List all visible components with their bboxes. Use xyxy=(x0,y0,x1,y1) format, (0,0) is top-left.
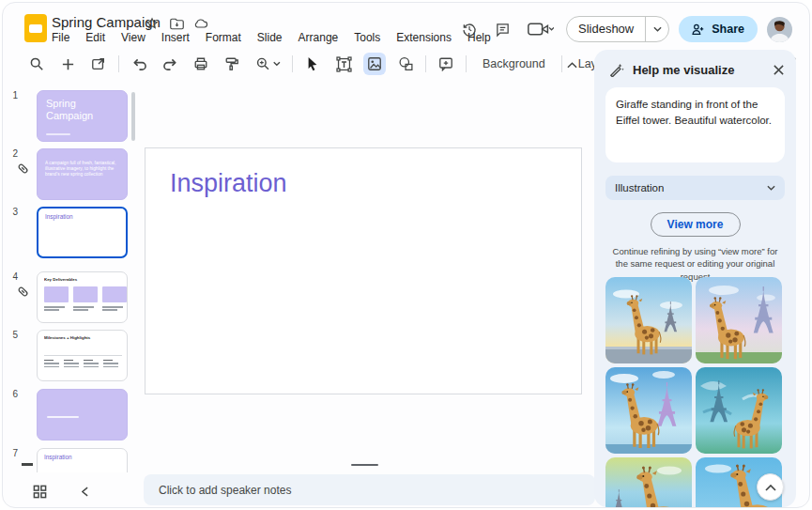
thumb-body-text: A campaign full of fresh, fantastical, i… xyxy=(45,161,128,178)
slideshow-dropdown[interactable] xyxy=(646,26,668,32)
slide-thumbnail-3-selected[interactable]: Inspiration xyxy=(37,207,128,258)
menu-slide[interactable]: Slide xyxy=(257,31,283,44)
close-panel-icon[interactable] xyxy=(773,64,785,76)
slide-number: 5 xyxy=(3,330,18,340)
menu-extensions[interactable]: Extensions xyxy=(396,31,452,44)
menu-arrange[interactable]: Arrange xyxy=(299,31,339,44)
generated-image-5[interactable] xyxy=(605,457,692,507)
menu-file[interactable]: File xyxy=(52,31,69,44)
link-icon xyxy=(17,162,29,175)
paste-icon[interactable] xyxy=(87,53,110,75)
toolbar-divider xyxy=(425,55,426,72)
slide-canvas[interactable]: Inspiration xyxy=(145,147,582,394)
new-slide-icon[interactable] xyxy=(56,53,79,75)
generated-image-1[interactable] xyxy=(605,277,692,363)
menu-edit[interactable]: Edit xyxy=(85,31,105,44)
grid-view-icon[interactable] xyxy=(27,479,52,503)
filmstrip-scroll-indicator xyxy=(22,463,33,466)
cloud-status-icon[interactable] xyxy=(192,15,209,32)
insert-shape-icon[interactable] xyxy=(394,53,417,75)
redo-icon[interactable] xyxy=(159,53,181,75)
link-icon xyxy=(17,286,29,298)
view-more-label: View more xyxy=(667,218,724,231)
slide-number: 6 xyxy=(3,389,18,399)
thumb-title: Spring Campaign xyxy=(38,91,94,121)
thumb-text-line xyxy=(47,416,79,418)
panel-title: Help me visualize xyxy=(633,63,764,77)
hide-menus-icon[interactable] xyxy=(560,54,583,76)
notes-resize-handle[interactable] xyxy=(351,464,378,466)
toolbar-divider xyxy=(292,55,293,72)
share-button[interactable]: Share xyxy=(679,16,758,42)
scroll-up-button[interactable] xyxy=(757,473,784,501)
generated-image-3[interactable] xyxy=(605,367,692,454)
paint-format-icon[interactable] xyxy=(221,53,243,75)
share-person-icon xyxy=(692,23,705,36)
prompt-text: Giraffe standing in front of the Eiffel … xyxy=(616,99,772,126)
speaker-notes-placeholder: Click to add speaker notes xyxy=(159,484,291,497)
thumb-title: Key Deliverables xyxy=(44,277,77,282)
toolbar-divider xyxy=(466,55,467,72)
prompt-input[interactable]: Giraffe standing in front of the Eiffel … xyxy=(605,87,785,162)
menu-format[interactable]: Format xyxy=(206,31,241,44)
star-icon[interactable] xyxy=(144,15,161,32)
slide-filmstrip: 1 Spring Campaign 2 A campaign full of f… xyxy=(3,83,142,472)
magic-pen-icon xyxy=(609,62,624,77)
meet-camera-icon[interactable] xyxy=(525,17,557,41)
generated-image-4[interactable] xyxy=(696,367,782,454)
slide-thumbnail-5[interactable]: Milestones + Highlights xyxy=(37,330,128,381)
thumb-content-boxes xyxy=(44,286,127,302)
thumb-subtitle-line xyxy=(46,133,70,135)
thumb-title: Inspiration xyxy=(45,213,73,220)
background-button[interactable]: Background xyxy=(475,57,553,70)
menu-bar: File Edit View Insert Format Slide Arran… xyxy=(52,31,491,44)
add-comment-icon[interactable] xyxy=(435,53,457,75)
menu-insert[interactable]: Insert xyxy=(161,31,190,44)
slide-number: 1 xyxy=(3,90,18,100)
move-folder-icon[interactable] xyxy=(168,15,185,32)
view-more-button[interactable]: View more xyxy=(651,212,741,237)
thumb-title: Inspiration xyxy=(44,454,72,460)
style-dropdown-value: Illustration xyxy=(615,182,664,193)
generated-image-2[interactable] xyxy=(696,277,782,363)
slide-thumbnail-7[interactable]: Inspiration xyxy=(37,448,128,472)
comments-icon[interactable] xyxy=(491,17,515,41)
slide-number: 4 xyxy=(3,271,18,282)
slide-thumbnail-1[interactable]: Spring Campaign xyxy=(37,90,128,142)
generated-image-grid xyxy=(605,277,785,507)
speaker-notes-input[interactable]: Click to add speaker notes xyxy=(144,474,595,505)
slide-thumbnail-6[interactable] xyxy=(37,389,128,440)
style-dropdown[interactable]: Illustration xyxy=(605,176,785,200)
menu-tools[interactable]: Tools xyxy=(354,31,380,44)
slide-title-text[interactable]: Inspiration xyxy=(170,169,287,198)
slides-logo[interactable] xyxy=(23,13,48,43)
toolbar-divider xyxy=(118,55,119,72)
zoom-icon[interactable] xyxy=(252,53,283,75)
chevron-down-icon xyxy=(767,185,775,191)
version-history-icon[interactable] xyxy=(457,17,482,41)
menu-view[interactable]: View xyxy=(121,31,146,44)
thumb-timeline xyxy=(44,355,122,356)
insert-image-icon[interactable] xyxy=(363,53,386,75)
undo-icon[interactable] xyxy=(128,53,150,75)
google-slides-window: Spring Campaign File Edit View Insert Fo… xyxy=(2,2,810,508)
thumb-title: Milestones + Highlights xyxy=(44,335,90,340)
slide-number: 2 xyxy=(3,148,18,159)
help-me-visualize-panel: Help me visualize Giraffe standing in fr… xyxy=(594,50,796,507)
slide-number: 7 xyxy=(3,448,18,458)
account-avatar[interactable] xyxy=(767,17,792,42)
slide-thumbnail-4[interactable]: Key Deliverables xyxy=(37,271,128,323)
collapse-filmstrip-icon[interactable] xyxy=(72,479,97,503)
search-menus-icon[interactable] xyxy=(25,53,48,75)
filmstrip-scrollbar[interactable] xyxy=(131,92,135,141)
slideshow-button[interactable]: Slideshow xyxy=(566,16,669,42)
slide-thumbnail-2[interactable]: A campaign full of fresh, fantastical, i… xyxy=(37,148,128,200)
slide-number: 3 xyxy=(3,207,18,217)
text-box-icon[interactable] xyxy=(332,53,355,75)
select-cursor-icon[interactable] xyxy=(301,53,324,75)
slideshow-label[interactable]: Slideshow xyxy=(567,17,646,41)
share-label: Share xyxy=(712,23,744,36)
print-icon[interactable] xyxy=(190,53,212,75)
